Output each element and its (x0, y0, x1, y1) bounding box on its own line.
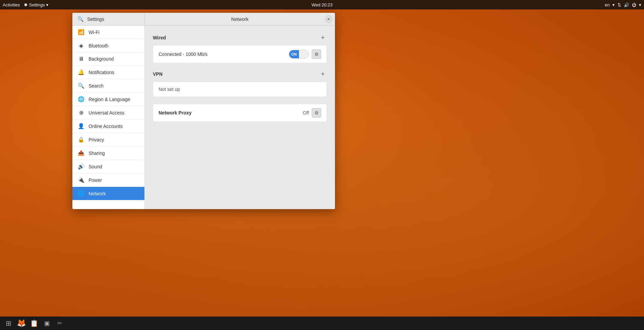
sidebar-label-power: Power (89, 177, 102, 183)
content-area: Wired + Connected - 1000 Mb/s ON ⚙ (145, 26, 335, 209)
wired-section-header: Wired + (153, 34, 327, 42)
sidebar-item-sound[interactable]: 🔊 Sound (72, 160, 144, 173)
wired-toggle[interactable]: ON (289, 50, 309, 59)
files-button[interactable]: 📋 (28, 318, 40, 329)
sidebar-label-sharing: Sharing (89, 151, 105, 156)
background-icon: 🖥 (78, 56, 84, 62)
wired-section: Wired + Connected - 1000 Mb/s ON ⚙ (153, 34, 327, 63)
wired-settings-button[interactable]: ⚙ (312, 50, 321, 59)
sidebar-item-privacy[interactable]: 🔒 Privacy (72, 133, 144, 146)
sidebar-item-bluetooth[interactable]: ◈ Bluetooth (72, 39, 144, 53)
wired-card-controls: ON ⚙ (289, 50, 321, 59)
toggle-on-label: ON (289, 50, 299, 58)
files-icon: 📋 (30, 319, 38, 327)
vpn-add-button[interactable]: + (319, 70, 327, 78)
privacy-icon: 🔒 (78, 136, 84, 143)
vpn-section-header: VPN + (153, 70, 327, 78)
network-proxy-label: Network Proxy (159, 110, 192, 116)
firefox-button[interactable]: 🦊 (15, 318, 27, 329)
power-icon[interactable]: ⏻ (632, 2, 636, 7)
sidebar-item-power[interactable]: 🔌 Power (72, 173, 144, 187)
window-body: 📶 Wi-Fi ◈ Bluetooth 🖥 Background 🔔 Notif… (72, 26, 335, 209)
apps-grid-button[interactable]: ⊞ (3, 318, 14, 329)
sidebar-header: 🔍 Settings (72, 13, 145, 25)
language-chevron-icon: ▾ (612, 2, 615, 7)
sidebar-item-network[interactable]: 🌐 Network (72, 187, 144, 200)
clock: Wed 20:23 (311, 2, 333, 7)
wifi-icon: 📶 (78, 29, 84, 35)
network-proxy-card: Network Proxy Off ⚙ (153, 104, 327, 122)
sidebar-label-network: Network (89, 191, 106, 196)
sidebar-item-wifi[interactable]: 📶 Wi-Fi (72, 26, 144, 39)
sidebar-label-bluetooth: Bluetooth (89, 43, 108, 48)
firefox-icon: 🦊 (17, 319, 26, 328)
sidebar-label-background: Background (89, 56, 114, 62)
sidebar-label-search: Search (89, 83, 103, 89)
terminal-icon: ▣ (44, 320, 50, 327)
wired-section-title: Wired (153, 35, 166, 40)
sidebar-item-search[interactable]: 🔍 Search (72, 79, 144, 93)
wired-connection-card: Connected - 1000 Mb/s ON ⚙ (153, 45, 327, 63)
sidebar-item-universal-access[interactable]: ⊕ Universal Access (72, 106, 144, 120)
sidebar-item-background[interactable]: 🖥 Background (72, 53, 144, 66)
settings-menu-label: Settings (29, 2, 45, 7)
sound-icon: 🔊 (78, 163, 84, 170)
activities-button[interactable]: Activities (3, 2, 20, 7)
power-chevron-icon: ▾ (639, 2, 641, 7)
notifications-icon: 🔔 (78, 69, 84, 75)
sidebar-item-sharing[interactable]: 📤 Sharing (72, 146, 144, 160)
tools-button[interactable]: ✂ (54, 318, 65, 329)
power-nav-icon: 🔌 (78, 177, 84, 183)
vpn-section: VPN + Not set up (153, 70, 327, 97)
terminal-button[interactable]: ▣ (41, 318, 53, 329)
network-proxy-settings-button[interactable]: ⚙ (312, 108, 321, 118)
sidebar-item-notifications[interactable]: 🔔 Notifications (72, 66, 144, 79)
vpn-section-title: VPN (153, 71, 163, 77)
settings-chevron-icon: ▾ (46, 2, 48, 7)
taskbar: ⊞ 🦊 📋 ▣ ✂ (0, 317, 644, 330)
online-accounts-icon: 👤 (78, 123, 84, 129)
volume-icon[interactable]: 🔊 (624, 2, 629, 7)
network-icon[interactable]: ⇅ (617, 2, 621, 7)
tools-icon: ✂ (57, 320, 62, 327)
topbar: Activities ✱ Settings ▾ Wed 20:23 en ▾ ⇅… (0, 0, 644, 9)
sidebar-label-online-accounts: Online Accounts (89, 124, 123, 129)
network-proxy-controls: Off ⚙ (303, 108, 321, 118)
sidebar-item-online-accounts[interactable]: 👤 Online Accounts (72, 120, 144, 133)
sidebar-label-region: Region & Language (89, 97, 130, 102)
network-nav-icon: 🌐 (78, 190, 84, 197)
network-proxy-status: Off (303, 110, 309, 116)
search-icon-button[interactable]: 🔍 (76, 15, 84, 23)
sidebar-label-notifications: Notifications (89, 70, 114, 75)
language-indicator[interactable]: en (605, 2, 610, 7)
sidebar-title: Settings (87, 16, 104, 22)
wired-add-button[interactable]: + (319, 34, 327, 42)
sidebar-label-sound: Sound (89, 164, 102, 169)
network-proxy-section: Network Proxy Off ⚙ (153, 104, 327, 122)
toggle-off-area (299, 50, 309, 58)
settings-gear-icon: ✱ (24, 2, 28, 7)
apps-grid-icon: ⊞ (6, 319, 11, 327)
universal-access-icon: ⊕ (78, 109, 84, 116)
sidebar: 📶 Wi-Fi ◈ Bluetooth 🖥 Background 🔔 Notif… (72, 26, 145, 209)
search-nav-icon: 🔍 (78, 82, 84, 89)
settings-menu[interactable]: ✱ Settings ▾ (24, 2, 48, 7)
sidebar-label-universal-access: Universal Access (89, 110, 125, 116)
window-close-button[interactable]: ✕ (325, 15, 332, 23)
window-titlebar: 🔍 Settings Network ✕ (72, 13, 335, 26)
region-icon: 🌐 (78, 96, 84, 102)
vpn-not-set-up-card: Not set up (153, 81, 327, 97)
vpn-not-set-up-label: Not set up (159, 87, 180, 92)
settings-window: 🔍 Settings Network ✕ 📶 Wi-Fi ◈ Bluetooth… (72, 13, 335, 209)
sidebar-label-privacy: Privacy (89, 137, 104, 142)
sidebar-item-region[interactable]: 🌐 Region & Language (72, 93, 144, 106)
sidebar-label-wifi: Wi-Fi (89, 30, 100, 35)
sharing-icon: 📤 (78, 150, 84, 156)
bluetooth-icon: ◈ (78, 42, 84, 49)
window-title: Network (145, 16, 335, 22)
wired-connection-label: Connected - 1000 Mb/s (159, 52, 208, 57)
